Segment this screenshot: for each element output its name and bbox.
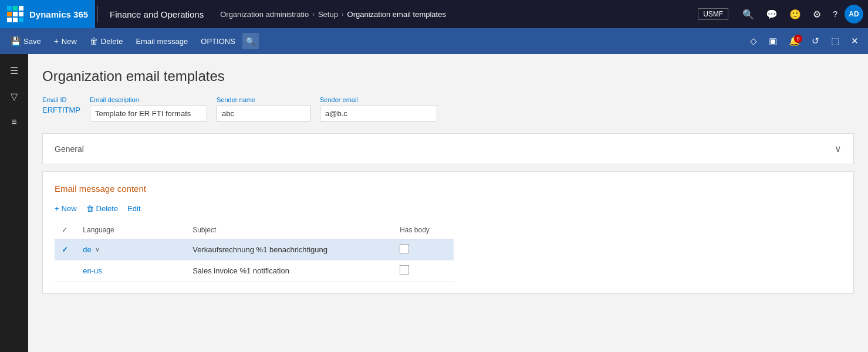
toolbar-right-icons: ◇ ▣ 🔔 0 ↺ ⬚ ✕ [745,33,863,49]
email-edit-button[interactable]: Edit [127,203,140,214]
delete-button[interactable]: 🗑 Delete [84,33,129,49]
email-content-table: ✓ Language Subject Has body ✓d [55,221,454,282]
email-new-label: New [62,204,77,213]
email-edit-label: Edit [127,204,140,213]
top-nav-icons: 🔍 💬 🙂 ⚙ ? AD [733,5,868,23]
diamond-icon-button[interactable]: ◇ [745,33,762,49]
options-button[interactable]: OPTIONS [195,34,241,49]
general-section: General ∨ [42,133,854,164]
email-delete-button[interactable]: 🗑 Delete [86,203,119,214]
email-desc-input[interactable] [90,106,207,121]
email-delete-icon: 🗑 [86,204,94,213]
sender-name-field: Sender name [217,96,310,121]
save-icon: 💾 [11,36,21,46]
email-desc-label: Email description [90,96,207,103]
chat-button[interactable]: 💬 [761,5,782,23]
email-sub-toolbar: + New 🗑 Delete Edit [55,203,842,214]
email-content-section: Email message content + New 🗑 Delete Edi… [42,171,854,294]
sender-email-label: Sender email [320,96,437,103]
table-row[interactable]: ✓de∨Verkaufsrechnung %1 benachrichtigung [55,239,454,260]
row-subject: Sales invoice %1 notification [185,260,393,282]
col-check-mark: ✓ [62,226,67,234]
waffle-icon[interactable] [7,6,23,22]
breadcrumb-current: Organization email templates [347,10,446,19]
office-icon-button[interactable]: ▣ [764,33,782,49]
refresh-button[interactable]: ↺ [807,33,824,49]
general-section-header[interactable]: General ∨ [43,134,853,164]
email-delete-label: Delete [96,204,119,213]
new-button[interactable]: + New [48,33,83,49]
form-fields: Email ID ERFTITMP Email description Send… [42,96,854,121]
col-check: ✓ [55,221,76,239]
table-row[interactable]: en-usSales invoice %1 notification [55,260,454,282]
breadcrumb-org[interactable]: Organization administratio [220,10,309,19]
email-id-field: Email ID ERFTITMP [42,96,80,114]
email-id-label: Email ID [42,96,80,103]
feedback-button[interactable]: 🙂 [785,5,806,23]
sender-email-field: Sender email [320,96,437,121]
email-content-title: Email message content [55,184,842,194]
search-nav-button[interactable]: 🔍 [738,5,759,23]
close-button[interactable]: ✕ [846,33,863,49]
app-branding: Dynamics 365 [0,0,95,28]
save-button[interactable]: 💾 Save [5,33,47,49]
email-new-icon: + [55,204,59,213]
row-subject: Verkaufsrechnung %1 benachrichtigung [185,239,393,260]
sidebar-list-icon[interactable]: ≡ [2,110,26,134]
sidebar-menu-icon[interactable]: ☰ [2,59,26,82]
bell-icon-button[interactable]: 🔔 0 [784,33,805,49]
save-label: Save [23,37,41,46]
help-button[interactable]: ? [828,6,842,22]
breadcrumb: Organization administratio › Setup › Org… [213,10,698,19]
col-hasbody: Has body [393,221,454,239]
new-icon: + [54,36,59,46]
sender-name-input[interactable] [217,106,310,121]
has-body-checkbox[interactable] [400,265,409,275]
breadcrumb-chevron-1: › [312,11,315,18]
popout-button[interactable]: ⬚ [826,33,844,49]
general-chevron-icon: ∨ [835,143,842,154]
row-hasbody[interactable] [393,260,454,282]
email-desc-field: Email description [90,96,207,121]
sender-email-input[interactable] [320,106,437,121]
nav-divider [97,6,98,22]
company-badge[interactable]: USMF [698,8,728,20]
user-avatar[interactable]: AD [845,5,863,23]
has-body-checkbox[interactable] [400,244,409,253]
breadcrumb-chevron-2: › [342,11,344,18]
delete-icon: 🗑 [90,36,98,46]
breadcrumb-setup[interactable]: Setup [318,10,338,19]
col-subject: Subject [185,221,393,239]
row-check-cell: ✓ [55,239,76,260]
col-language: Language [76,221,185,239]
options-label: OPTIONS [201,37,235,46]
left-sidebar: ☰ ▽ ≡ [0,54,28,352]
row-language[interactable]: de∨ [76,239,185,260]
row-language[interactable]: en-us [76,260,185,282]
page-title: Organization email templates [42,68,854,84]
sender-name-label: Sender name [217,96,310,103]
email-id-value[interactable]: ERFTITMP [42,106,80,114]
toolbar-search-button[interactable]: 🔍 [242,33,259,49]
main-layout: ☰ ▽ ≡ Organization email templates Email… [0,54,868,352]
language-dropdown-icon[interactable]: ∨ [95,246,100,253]
email-new-button[interactable]: + New [55,203,77,214]
row-check-cell [55,260,76,282]
app-name: Dynamics 365 [29,9,88,19]
delete-label: Delete [101,37,123,46]
general-section-label: General [55,144,84,154]
settings-button[interactable]: ⚙ [808,5,826,23]
new-label: New [62,37,77,46]
top-navigation: Dynamics 365 Finance and Operations Orga… [0,0,868,28]
row-hasbody[interactable] [393,239,454,260]
action-toolbar: 💾 Save + New 🗑 Delete Email message OPTI… [0,28,868,54]
email-message-label: Email message [136,37,188,46]
email-message-button[interactable]: Email message [130,34,194,49]
content-area: Organization email templates Email ID ER… [28,54,868,352]
module-name: Finance and Operations [100,9,213,19]
sidebar-filter-icon[interactable]: ▽ [2,84,26,108]
